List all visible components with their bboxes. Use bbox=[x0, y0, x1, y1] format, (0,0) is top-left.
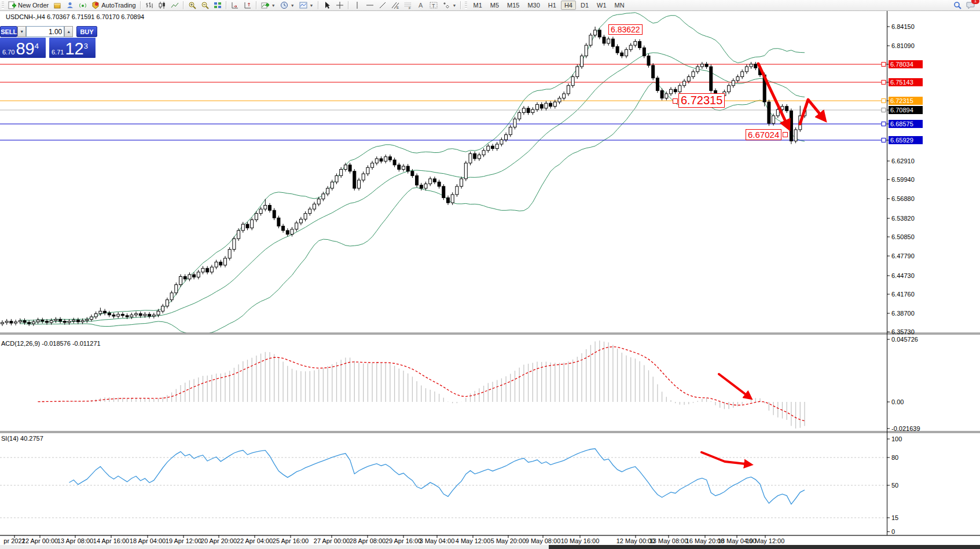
price-axis-tick: 6.47790 bbox=[891, 252, 915, 259]
candle-chart-mode-button[interactable] bbox=[156, 1, 168, 10]
new-order-button[interactable]: New Order bbox=[6, 1, 51, 10]
dropdown-arrow-icon: ▼ bbox=[453, 3, 457, 8]
search-button[interactable] bbox=[951, 1, 964, 10]
label-tool-button[interactable]: T bbox=[427, 1, 440, 10]
timeframe-button-m15[interactable]: M15 bbox=[504, 1, 523, 10]
indicators-button[interactable]: ▼ bbox=[259, 1, 278, 10]
svg-text:E: E bbox=[397, 6, 399, 9]
time-axis-label: 9 May 08:00 bbox=[526, 537, 561, 544]
price-annotation-label[interactable]: 6.83622 bbox=[608, 24, 643, 35]
channel-tool-button[interactable]: E bbox=[389, 1, 402, 10]
time-axis-label: 27 Apr 00:00 bbox=[314, 537, 350, 544]
svg-text:A: A bbox=[419, 2, 423, 9]
price-axis-tick: 6.56880 bbox=[891, 195, 915, 202]
time-axis-label: 14 Apr 16:00 bbox=[93, 537, 129, 544]
trendline-icon bbox=[379, 1, 387, 9]
crosshair-icon bbox=[336, 1, 344, 9]
buy-price-integer: 6.71 bbox=[52, 49, 64, 56]
price-axis-tick: 6.59940 bbox=[891, 176, 915, 183]
indicator-axis-tick: 15 bbox=[891, 514, 898, 521]
bar-chart-mode-button[interactable] bbox=[143, 1, 156, 10]
price-axis-tick: 6.35730 bbox=[891, 328, 915, 335]
buy-button[interactable]: BUY bbox=[76, 26, 97, 37]
shapes-tool-button[interactable]: ▼ bbox=[440, 1, 459, 10]
vertical-line-tool-button[interactable] bbox=[351, 1, 364, 10]
price-axis-tick: 6.84150 bbox=[891, 23, 915, 30]
fibonacci-tool-button[interactable]: F bbox=[402, 1, 414, 10]
price-annotation-label[interactable]: 6.72315 bbox=[678, 93, 725, 108]
horizontal-line-tool-button[interactable] bbox=[364, 1, 376, 10]
trendline-tool-button[interactable] bbox=[376, 1, 389, 10]
buy-price-point: 3 bbox=[84, 42, 88, 50]
sell-price-display[interactable]: 6.70 89 4 bbox=[0, 38, 46, 58]
templates-button[interactable]: ▼ bbox=[297, 1, 316, 10]
horizontal-scrollbar[interactable] bbox=[0, 545, 980, 549]
market-watch-button[interactable] bbox=[51, 1, 64, 10]
horizontal-line-icon bbox=[366, 1, 374, 9]
timeframe-button-h1[interactable]: H1 bbox=[545, 1, 560, 10]
time-axis-label: 19 Apr 12:00 bbox=[166, 537, 201, 544]
time-axis-label: 5 May 20:00 bbox=[491, 537, 526, 544]
cursor-tool-button[interactable] bbox=[321, 1, 333, 10]
annotation-anchor-square[interactable] bbox=[673, 98, 678, 104]
time-axis-label: 20 Apr 20:00 bbox=[201, 537, 237, 544]
add-indicator-icon bbox=[261, 1, 269, 9]
chart-shift-button[interactable] bbox=[241, 1, 254, 10]
price-line-badge: 6.65929 bbox=[889, 136, 923, 144]
time-axis-label: 10 May 16:00 bbox=[561, 537, 600, 544]
periods-button[interactable]: ▼ bbox=[278, 1, 297, 10]
timeframe-button-h4[interactable]: H4 bbox=[561, 1, 576, 10]
notifications-button[interactable]: 1 bbox=[964, 1, 977, 10]
zoom-in-button[interactable] bbox=[186, 1, 199, 10]
time-axis-label: 28 Apr 08:00 bbox=[350, 537, 386, 544]
time-axis-label: 18 Apr 04:00 bbox=[130, 537, 166, 544]
zoom-out-icon bbox=[201, 1, 209, 9]
vertical-line-icon bbox=[353, 1, 361, 9]
zoom-in-icon bbox=[188, 1, 196, 9]
timeframe-button-m5[interactable]: M5 bbox=[487, 1, 502, 10]
volume-increase-button[interactable]: ▲ bbox=[64, 26, 73, 37]
indicator-axis-tick: 0 bbox=[891, 528, 895, 535]
tile-windows-button[interactable] bbox=[211, 1, 224, 10]
sell-price-point: 4 bbox=[35, 42, 39, 50]
sell-button[interactable]: SELL bbox=[0, 26, 17, 37]
time-axis-label: 12 Apr 00:00 bbox=[22, 537, 58, 544]
timeframe-button-w1[interactable]: W1 bbox=[593, 1, 610, 10]
toolbar-grip[interactable] bbox=[2, 2, 4, 9]
volume-input[interactable] bbox=[26, 26, 64, 37]
auto-scroll-button[interactable] bbox=[229, 1, 241, 10]
sell-price-integer: 6.70 bbox=[2, 49, 14, 56]
timeframe-button-d1[interactable]: D1 bbox=[577, 1, 592, 10]
signals-button[interactable] bbox=[76, 1, 89, 10]
search-icon bbox=[953, 1, 961, 9]
timeframe-button-mn[interactable]: MN bbox=[611, 1, 628, 10]
annotation-anchor-square[interactable] bbox=[783, 132, 788, 137]
price-annotation-label[interactable]: 6.67024 bbox=[746, 129, 781, 140]
crosshair-tool-button[interactable] bbox=[333, 1, 346, 10]
toolbar-separator bbox=[140, 1, 141, 9]
accounts-button[interactable] bbox=[64, 1, 76, 10]
time-axis-label: 25 Apr 16:00 bbox=[273, 537, 309, 544]
zoom-out-button[interactable] bbox=[199, 1, 211, 10]
buy-price-display[interactable]: 6.71 12 3 bbox=[49, 38, 96, 58]
volume-decrease-button[interactable]: ▼ bbox=[17, 26, 26, 37]
price-line-badge: 6.68575 bbox=[889, 120, 923, 128]
price-axis-tick: 6.50850 bbox=[891, 233, 915, 240]
timeframe-button-m1[interactable]: M1 bbox=[469, 1, 485, 10]
line-chart-icon bbox=[171, 1, 179, 9]
ohlc-values: 6.70367 6.71591 6.70170 6.70894 bbox=[47, 13, 144, 20]
sell-price-pips: 89 bbox=[16, 41, 34, 57]
timeframe-toolbar: M1M5M15M30H1H4D1W1MN bbox=[469, 1, 628, 10]
text-label-icon: T bbox=[430, 1, 438, 9]
scrollbar-thumb[interactable] bbox=[549, 545, 980, 549]
line-chart-mode-button[interactable] bbox=[168, 1, 181, 10]
timeframe-button-m30[interactable]: M30 bbox=[524, 1, 543, 10]
price-axis-tick: 6.62910 bbox=[891, 158, 915, 164]
autotrading-button[interactable]: AutoTrading bbox=[89, 1, 138, 10]
price-axis-tick: 6.53820 bbox=[891, 215, 915, 222]
time-axis-label: 19 May 12:00 bbox=[746, 537, 785, 544]
indicator-axis-tick: 0.045726 bbox=[891, 336, 918, 343]
text-tool-button[interactable]: A bbox=[414, 1, 427, 10]
chart-canvas[interactable] bbox=[0, 0, 980, 549]
toolbar-grip[interactable] bbox=[465, 2, 467, 9]
